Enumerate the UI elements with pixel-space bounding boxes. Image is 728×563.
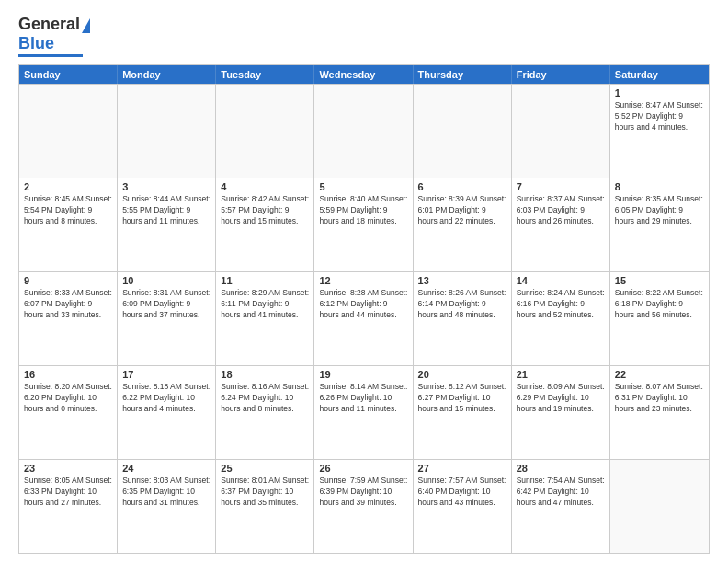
day-cell-22: 22Sunrise: 8:07 AM Sunset: 6:31 PM Dayli…: [610, 366, 709, 459]
day-info: Sunrise: 8:40 AM Sunset: 5:59 PM Dayligh…: [319, 194, 407, 227]
logo-triangle-icon: [82, 18, 90, 33]
day-cell-empty-0-3: [314, 85, 413, 178]
week-row-4: 16Sunrise: 8:20 AM Sunset: 6:20 PM Dayli…: [19, 365, 709, 459]
day-number: 5: [319, 181, 407, 192]
day-number: 13: [418, 275, 506, 286]
day-cell-8: 8Sunrise: 8:35 AM Sunset: 6:05 PM Daylig…: [610, 178, 709, 271]
day-cell-14: 14Sunrise: 8:24 AM Sunset: 6:16 PM Dayli…: [512, 272, 610, 365]
week-row-1: 1Sunrise: 8:47 AM Sunset: 5:52 PM Daylig…: [19, 84, 709, 178]
logo-general: General: [18, 15, 80, 34]
day-cell-18: 18Sunrise: 8:16 AM Sunset: 6:24 PM Dayli…: [216, 366, 314, 459]
weekday-header-wednesday: Wednesday: [314, 65, 413, 84]
day-cell-21: 21Sunrise: 8:09 AM Sunset: 6:29 PM Dayli…: [512, 366, 610, 459]
day-cell-17: 17Sunrise: 8:18 AM Sunset: 6:22 PM Dayli…: [118, 366, 216, 459]
day-number: 11: [221, 275, 309, 286]
day-cell-empty-0-5: [512, 85, 610, 178]
day-cell-28: 28Sunrise: 7:54 AM Sunset: 6:42 PM Dayli…: [512, 460, 610, 553]
day-cell-empty-0-2: [216, 85, 314, 178]
day-info: Sunrise: 8:35 AM Sunset: 6:05 PM Dayligh…: [615, 194, 704, 227]
day-number: 28: [517, 463, 605, 474]
day-info: Sunrise: 8:07 AM Sunset: 6:31 PM Dayligh…: [615, 382, 704, 415]
day-info: Sunrise: 8:18 AM Sunset: 6:22 PM Dayligh…: [122, 382, 210, 415]
day-info: Sunrise: 8:47 AM Sunset: 5:52 PM Dayligh…: [615, 100, 704, 133]
logo-blue: Blue: [18, 34, 54, 53]
day-cell-empty-0-0: [19, 85, 118, 178]
day-info: Sunrise: 8:45 AM Sunset: 5:54 PM Dayligh…: [24, 194, 112, 227]
day-number: 10: [122, 275, 210, 286]
day-info: Sunrise: 8:33 AM Sunset: 6:07 PM Dayligh…: [24, 288, 112, 321]
day-info: Sunrise: 8:16 AM Sunset: 6:24 PM Dayligh…: [221, 382, 309, 415]
logo-underline: [18, 54, 83, 57]
day-info: Sunrise: 8:29 AM Sunset: 6:11 PM Dayligh…: [221, 288, 309, 321]
weekday-header-monday: Monday: [118, 65, 216, 84]
day-number: 26: [319, 463, 407, 474]
day-number: 27: [418, 463, 506, 474]
calendar: SundayMondayTuesdayWednesdayThursdayFrid…: [18, 64, 710, 554]
day-cell-24: 24Sunrise: 8:03 AM Sunset: 6:35 PM Dayli…: [118, 460, 216, 553]
day-info: Sunrise: 8:14 AM Sunset: 6:26 PM Dayligh…: [319, 382, 407, 415]
day-cell-16: 16Sunrise: 8:20 AM Sunset: 6:20 PM Dayli…: [19, 366, 118, 459]
day-number: 21: [517, 369, 605, 380]
day-number: 4: [221, 181, 309, 192]
day-info: Sunrise: 8:01 AM Sunset: 6:37 PM Dayligh…: [221, 476, 309, 509]
day-number: 23: [24, 463, 112, 474]
header-area: General Blue: [18, 15, 710, 57]
day-number: 19: [319, 369, 407, 380]
day-cell-19: 19Sunrise: 8:14 AM Sunset: 6:26 PM Dayli…: [314, 366, 413, 459]
day-info: Sunrise: 7:57 AM Sunset: 6:40 PM Dayligh…: [418, 476, 506, 509]
day-number: 25: [221, 463, 309, 474]
day-cell-4: 4Sunrise: 8:42 AM Sunset: 5:57 PM Daylig…: [216, 178, 314, 271]
day-cell-15: 15Sunrise: 8:22 AM Sunset: 6:18 PM Dayli…: [610, 272, 709, 365]
day-cell-2: 2Sunrise: 8:45 AM Sunset: 5:54 PM Daylig…: [19, 178, 118, 271]
weekday-header-friday: Friday: [512, 65, 610, 84]
calendar-header: SundayMondayTuesdayWednesdayThursdayFrid…: [19, 65, 709, 84]
day-number: 6: [418, 181, 506, 192]
day-cell-5: 5Sunrise: 8:40 AM Sunset: 5:59 PM Daylig…: [314, 178, 413, 271]
weekday-header-thursday: Thursday: [414, 65, 512, 84]
day-number: 20: [418, 369, 506, 380]
day-cell-7: 7Sunrise: 8:37 AM Sunset: 6:03 PM Daylig…: [512, 178, 610, 271]
day-info: Sunrise: 8:31 AM Sunset: 6:09 PM Dayligh…: [122, 288, 210, 321]
day-number: 24: [122, 463, 210, 474]
day-cell-6: 6Sunrise: 8:39 AM Sunset: 6:01 PM Daylig…: [414, 178, 512, 271]
week-row-2: 2Sunrise: 8:45 AM Sunset: 5:54 PM Daylig…: [19, 178, 709, 271]
day-number: 14: [517, 275, 605, 286]
day-info: Sunrise: 8:12 AM Sunset: 6:27 PM Dayligh…: [418, 382, 506, 415]
day-info: Sunrise: 8:26 AM Sunset: 6:14 PM Dayligh…: [418, 288, 506, 321]
day-cell-1: 1Sunrise: 8:47 AM Sunset: 5:52 PM Daylig…: [610, 85, 709, 178]
day-number: 22: [615, 369, 704, 380]
week-row-3: 9Sunrise: 8:33 AM Sunset: 6:07 PM Daylig…: [19, 271, 709, 365]
day-info: Sunrise: 8:05 AM Sunset: 6:33 PM Dayligh…: [24, 476, 112, 509]
week-row-5: 23Sunrise: 8:05 AM Sunset: 6:33 PM Dayli…: [19, 459, 709, 553]
weekday-header-saturday: Saturday: [610, 65, 709, 84]
day-cell-9: 9Sunrise: 8:33 AM Sunset: 6:07 PM Daylig…: [19, 272, 118, 365]
day-number: 9: [24, 275, 112, 286]
day-info: Sunrise: 7:54 AM Sunset: 6:42 PM Dayligh…: [517, 476, 605, 509]
day-number: 15: [615, 275, 704, 286]
day-info: Sunrise: 8:03 AM Sunset: 6:35 PM Dayligh…: [122, 476, 210, 509]
logo: General Blue: [18, 15, 90, 57]
day-number: 8: [615, 181, 704, 192]
day-info: Sunrise: 8:28 AM Sunset: 6:12 PM Dayligh…: [319, 288, 407, 321]
day-number: 18: [221, 369, 309, 380]
day-cell-20: 20Sunrise: 8:12 AM Sunset: 6:27 PM Dayli…: [414, 366, 512, 459]
day-number: 12: [319, 275, 407, 286]
day-info: Sunrise: 8:42 AM Sunset: 5:57 PM Dayligh…: [221, 194, 309, 227]
day-info: Sunrise: 7:59 AM Sunset: 6:39 PM Dayligh…: [319, 476, 407, 509]
day-cell-27: 27Sunrise: 7:57 AM Sunset: 6:40 PM Dayli…: [414, 460, 512, 553]
day-cell-23: 23Sunrise: 8:05 AM Sunset: 6:33 PM Dayli…: [19, 460, 118, 553]
weekday-header-tuesday: Tuesday: [216, 65, 314, 84]
day-info: Sunrise: 8:39 AM Sunset: 6:01 PM Dayligh…: [418, 194, 506, 227]
day-info: Sunrise: 8:37 AM Sunset: 6:03 PM Dayligh…: [517, 194, 605, 227]
day-cell-11: 11Sunrise: 8:29 AM Sunset: 6:11 PM Dayli…: [216, 272, 314, 365]
day-cell-26: 26Sunrise: 7:59 AM Sunset: 6:39 PM Dayli…: [314, 460, 413, 553]
day-cell-empty-0-1: [118, 85, 216, 178]
day-cell-25: 25Sunrise: 8:01 AM Sunset: 6:37 PM Dayli…: [216, 460, 314, 553]
day-cell-13: 13Sunrise: 8:26 AM Sunset: 6:14 PM Dayli…: [414, 272, 512, 365]
day-number: 2: [24, 181, 112, 192]
day-info: Sunrise: 8:22 AM Sunset: 6:18 PM Dayligh…: [615, 288, 704, 321]
day-number: 3: [122, 181, 210, 192]
day-info: Sunrise: 8:09 AM Sunset: 6:29 PM Dayligh…: [517, 382, 605, 415]
day-number: 7: [517, 181, 605, 192]
day-number: 16: [24, 369, 112, 380]
